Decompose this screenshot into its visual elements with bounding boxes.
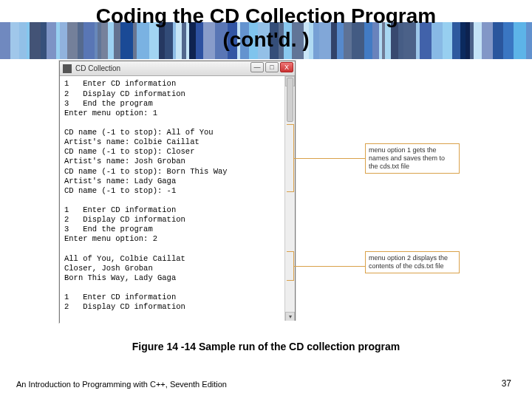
figure-area: CD Collection — □ X 1 Enter CD informati… [59,61,473,330]
callout-text-2: menu option 2 displays the contents of t… [369,254,448,270]
callout-connector-2 [294,266,365,267]
window-title: CD Collection [75,64,120,72]
minimize-button[interactable]: — [250,62,264,72]
callout-brace-2 [287,251,294,281]
scroll-thumb[interactable] [287,78,293,122]
title-line-2: (cont'd. ) [222,28,309,51]
console-block-2: CD name (-1 to stop): All of You Artist'… [64,128,228,195]
console-block-3: 1 Enter CD information 2 Display CD info… [64,205,185,243]
page-number: 37 [502,378,511,389]
callout-box-1: menu option 1 gets the names and saves t… [365,143,460,173]
vertical-scrollbar[interactable]: ▴ ▾ [284,76,295,322]
title-line-1: Coding the CD Collection Program [96,4,436,27]
window-titlebar: CD Collection — □ X [60,61,295,76]
callout-box-2: menu option 2 displays the contents of t… [365,251,460,273]
slide-title: Coding the CD Collection Program (cont'd… [0,0,532,52]
close-button[interactable]: X [280,62,293,72]
callout-brace-1 [287,124,294,192]
console-window: CD Collection — □ X 1 Enter CD informati… [59,61,296,323]
window-controls: — □ X [250,62,293,72]
figure-caption: Figure 14 -14 Sample run of the CD colle… [0,341,532,352]
console-block-4: All of You, Colbie Caillat Closer, Josh … [64,254,185,282]
console-block-5: 1 Enter CD information 2 Display CD info… [64,293,185,311]
callout-connector-1 [294,158,365,159]
app-icon [63,64,72,73]
torn-page-edge [60,321,296,327]
console-output: 1 Enter CD information 2 Display CD info… [60,76,295,322]
callout-text-1: menu option 1 gets the names and saves t… [369,146,445,170]
footer-text: An Introduction to Programming with C++,… [16,380,227,389]
maximize-button[interactable]: □ [265,62,279,72]
console-block-1: 1 Enter CD information 2 Display CD info… [64,79,185,117]
